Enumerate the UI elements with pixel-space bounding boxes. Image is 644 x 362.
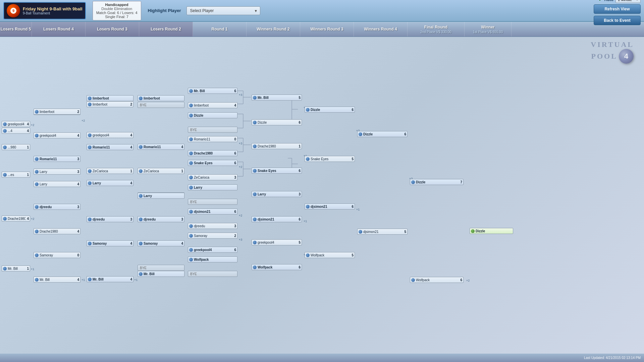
wr2-mrbill: Mr. Bill 5 xyxy=(252,95,302,101)
player-icon xyxy=(189,224,193,228)
lr2-zecarioca: ZeCarioca 1 xyxy=(138,168,184,174)
round-headers: Losers Round 5 Losers Round 4 Losers Rou… xyxy=(0,22,644,37)
auto-checkmark: ✔ xyxy=(599,0,602,2)
player-icon xyxy=(189,152,193,155)
wr3-label: Winners Round 3 xyxy=(310,27,343,32)
wr3-diff2: +1 xyxy=(356,208,360,211)
lr2-bye3: BYE xyxy=(138,265,184,271)
highlight-area: Highlight Player Select PlayerMr. Billli… xyxy=(148,6,260,15)
player-icon xyxy=(3,173,7,177)
lr4-samoray: Samoray 0 xyxy=(34,252,80,258)
r1-bye3: BYE xyxy=(188,271,237,277)
r1-greekpool4: greekpool4 6 xyxy=(188,247,237,253)
player-icon xyxy=(189,210,193,214)
lr4-drache1980: Drache1980 4 xyxy=(34,228,80,234)
r1-diff2: +3 xyxy=(239,142,242,145)
player-icon xyxy=(88,169,92,173)
bracket-container: VIRTUAL POOL 4 xyxy=(0,37,644,354)
lr5-match2-p1: ...es 1 xyxy=(2,172,30,178)
bracket-area: VIRTUAL POOL 4 xyxy=(0,37,644,354)
r1-romario11: Romario11 0 xyxy=(188,136,237,142)
lr5-score-diff1: +2 xyxy=(31,123,34,127)
player-icon xyxy=(253,169,257,173)
player-icon xyxy=(471,229,475,233)
wr2-drache1980: Drache1980 1 xyxy=(252,143,302,149)
lr4-label: Losers Round 4 xyxy=(43,27,74,32)
logo-area: Friday Night 9-Ball with 9ball 9-Ball To… xyxy=(3,2,86,19)
lr4-romario11: Romario11 3 xyxy=(34,156,80,162)
player-icon xyxy=(88,242,92,245)
player-icon xyxy=(253,218,257,221)
player-icon xyxy=(35,182,39,186)
event-info: Friday Night 9-Ball with 9ball 9-Ball To… xyxy=(23,6,83,15)
player-icon xyxy=(3,129,7,133)
player-icon xyxy=(139,97,143,100)
lr2-romario11: Romario11 4 xyxy=(138,144,184,150)
lr3-djreedu: djreedu 3 xyxy=(87,216,133,222)
format-label: Handicapped xyxy=(96,3,138,7)
player-icon xyxy=(253,241,257,244)
player-select-dropdown[interactable]: Select PlayerMr. BilllimberfootDizzleRom… xyxy=(186,6,260,15)
player-icon xyxy=(88,97,92,100)
player-icon xyxy=(189,104,193,107)
final-label: Final Round xyxy=(424,25,447,29)
select-wrapper[interactable]: Select PlayerMr. BilllimberfootDizzleRom… xyxy=(186,6,260,15)
auto-label: Auto xyxy=(604,0,613,2)
lr2-limberfoot: limberfoot xyxy=(138,95,184,101)
player-icon xyxy=(139,218,143,221)
lr2-djreedu: djreedu 3 xyxy=(138,216,184,222)
refresh-button[interactable]: Refresh View xyxy=(594,4,641,14)
player-icon xyxy=(359,230,362,234)
lr2-samoray: Samoray 4 xyxy=(138,240,184,246)
vp4-logo: VIRTUAL POOL 4 xyxy=(591,40,634,64)
lr5-match6-p1: Mr. Bill 1 xyxy=(2,265,30,272)
status-bar: Last Updated: 4/21/2015 02:13:14 PM xyxy=(0,354,644,362)
highlight-label: Highlight Player xyxy=(148,8,181,13)
lr5-score-diff6: +1 xyxy=(31,267,34,271)
lr4-mrbill-score: Mr. Bill 4 xyxy=(34,277,80,283)
wr3-dizzle: Dizzle 6 xyxy=(305,107,355,113)
player-icon xyxy=(189,234,193,238)
wr4-djsimon21: djsimon21 5 xyxy=(357,229,408,235)
lr3-score-diff-bill: +1 xyxy=(134,278,138,282)
lr2-bye1: BYE xyxy=(138,102,184,108)
player-icon xyxy=(35,157,39,161)
r1-bye1: BYE xyxy=(188,127,237,133)
wr2-diff3: +1 xyxy=(304,220,307,223)
player-icon xyxy=(189,89,193,93)
lr4-limberfoot-score: limberfoot 2 xyxy=(34,109,80,115)
player-icon xyxy=(139,242,143,245)
r1-zecarioca: ZeCarioca 3 xyxy=(188,174,237,180)
player-icon xyxy=(189,137,193,141)
player-icon xyxy=(3,122,7,126)
player-icon xyxy=(3,217,7,221)
round-header-wr3: Winners Round 3 xyxy=(300,22,354,37)
lr4-djreedu: djreedu 3 xyxy=(34,204,80,210)
lr3-zecarioca: ZeCarioca 1 xyxy=(87,168,133,174)
r1-djsimon21: djsimon21 6 xyxy=(188,208,237,215)
lr5-match3-p1: ...980 1 xyxy=(2,144,30,150)
r1-diff4: +2 xyxy=(239,214,242,217)
player-icon xyxy=(88,218,92,221)
lr5-label: Losers Round 5 xyxy=(1,27,31,32)
player-icon xyxy=(306,157,310,161)
match-goal: Match Goal: 6 / Losers: 4 xyxy=(96,11,138,15)
lr3-larry: Larry 4 xyxy=(87,180,133,186)
r1-dizzle: Dizzle xyxy=(188,112,237,118)
wr3-wolfpack: Wolfpack 5 xyxy=(305,252,355,258)
player-icon xyxy=(35,205,39,209)
player-icon xyxy=(88,145,92,149)
back-to-event-button[interactable]: Back to Event xyxy=(594,16,641,25)
lr4-greekpool4: greekpool4 4 xyxy=(34,132,80,138)
lr3-limberfoot2: limberfoot 2 xyxy=(87,101,133,107)
player-icon xyxy=(139,145,143,149)
time-interval-select[interactable]: 1 Minute xyxy=(615,0,641,3)
player-icon xyxy=(253,192,257,196)
r1-limberfoot: limberfoot 4 xyxy=(188,102,237,108)
bracket-svg xyxy=(0,37,644,354)
final-prize-2nd: 2nd Place V$ 330.00 xyxy=(420,30,451,34)
lr2-label: Losers Round 2 xyxy=(151,27,181,32)
r1-snakeeyes: Snake Eyes 6 xyxy=(188,160,237,166)
final-diff2: +2 xyxy=(466,279,470,282)
lr3-samoray: Samoray 4 xyxy=(87,240,133,246)
